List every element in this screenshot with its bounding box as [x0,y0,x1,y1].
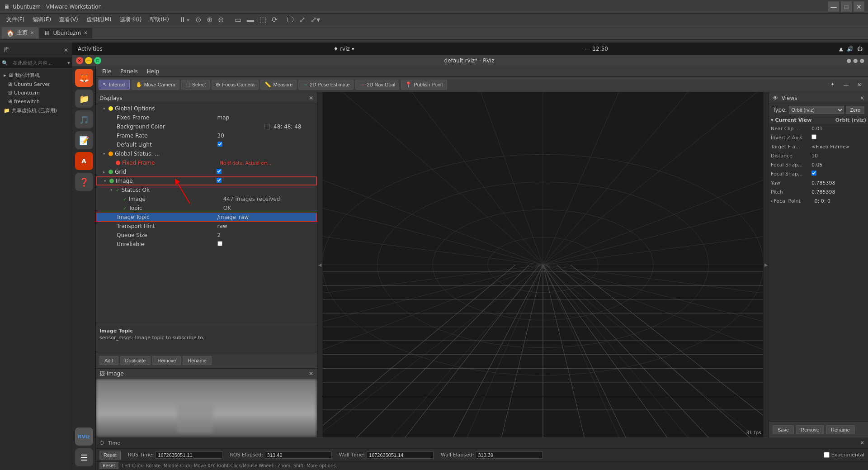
distance-value[interactable]: 10 [811,153,866,159]
focus-camera-tool-btn[interactable]: ⊕ Focus Camera [212,80,259,90]
focal-shape2-checkbox[interactable] [811,171,816,176]
frame-rate-row[interactable]: Frame Rate 30 [96,131,317,140]
views-close-btn[interactable]: ✕ [860,95,864,101]
close-button[interactable]: ✕ [854,1,864,12]
vmware-view-btn3[interactable]: ⬚ [258,14,268,25]
wall-time-input[interactable] [367,451,434,459]
default-light-checkbox[interactable] [217,142,222,147]
left-collapse-handle[interactable]: ◀ [317,92,323,437]
image-check[interactable] [215,178,316,184]
unreliable-row[interactable]: Unreliable [96,240,317,249]
toolbar-extra-btn2[interactable]: — [840,81,852,89]
toolbar-extra-btn3[interactable]: ⊙ [854,80,865,89]
tab-home-close[interactable]: ✕ [30,30,34,35]
vmware-menu-file[interactable]: 文件(F) [3,15,28,24]
sidebar-item-freeswitch[interactable]: 🖥 freeswitch [0,97,72,106]
time-bar-close[interactable]: ✕ [860,440,864,446]
current-view-header[interactable]: ▾ Current View Orbit (rviz) [769,116,868,124]
transport-hint-row[interactable]: Transport Hint raw [96,222,317,231]
background-color-row[interactable]: Background Color 48; 48; 48 [96,122,317,131]
move-camera-tool-btn[interactable]: ✋ Move Camera [132,80,179,90]
pitch-value[interactable]: 0.785398 [811,189,866,195]
vmware-btn2[interactable]: ⊕ [205,14,214,25]
bg-color-value[interactable]: 48; 48; 48 [272,123,317,130]
duplicate-button[interactable]: Duplicate [120,356,151,365]
measure-tool-btn[interactable]: 📏 Measure [260,80,297,90]
expand-arrow[interactable]: ▾ [103,152,108,156]
ros-time-input[interactable] [156,451,222,459]
vmware-menu-tab[interactable]: 选项卡(I) [116,15,146,24]
sidebar-help-icon[interactable]: ❓ [75,173,93,191]
focal-shape1-value[interactable]: 0.05 [811,162,866,168]
default-light-row[interactable]: Default Light [96,140,317,149]
fixed-frame-value[interactable]: map [216,114,317,121]
focal-shape2-row[interactable]: Focal Shap... [769,169,868,178]
rviz-close-btn[interactable]: ✕ [76,57,83,64]
sidebar-item-shared-vms[interactable]: 📁 共享虚拟机 (已弃用) [0,106,72,115]
grid-row[interactable]: ▸ Grid [96,167,317,176]
topic-sub-row[interactable]: ✓ Topic OK [96,204,317,213]
vmware-menu-vm[interactable]: 虚拟机(M) [83,15,115,24]
image-topic-value[interactable]: /image_raw [216,214,317,220]
near-clip-value[interactable]: 0.01 [811,126,866,132]
grid-check[interactable] [215,169,317,175]
focal-shape1-row[interactable]: Focal Shap... 0.05 [769,160,868,169]
remove-button[interactable]: Remove [152,356,181,365]
queue-size-row[interactable]: Queue Size 2 [96,231,317,240]
rviz-menu-file[interactable]: File [98,67,116,76]
fixed-frame-error-row[interactable]: Fixed Frame No tf data. Actual err... [96,158,317,167]
pose-estimate-tool-btn[interactable]: → 2D Pose Estimate [298,80,354,90]
sidebar-text-icon[interactable]: 📝 [75,131,93,149]
yaw-row[interactable]: Yaw 0.785398 [769,178,868,187]
activities-btn[interactable]: Activities [78,46,103,52]
distance-row[interactable]: Distance 10 [769,151,868,160]
expand-arrow[interactable]: ▸ [103,170,108,174]
publish-point-tool-btn[interactable]: 📍 Publish Point [401,80,447,90]
reset-button[interactable]: Reset [99,451,121,460]
views-save-btn[interactable]: Save [773,425,794,434]
vmware-btn3[interactable]: ⊖ [216,14,226,25]
hint-reset-btn[interactable]: Reset [99,462,118,469]
yaw-value[interactable]: 0.785398 [811,180,866,186]
rviz-maximize-btn[interactable]: □ [94,57,101,64]
minimize-button[interactable]: — [828,1,839,12]
expand-arrow[interactable]: ▾ [104,179,109,183]
vmware-expand-btn[interactable]: ⤢ [297,14,307,25]
sidebar-music-icon[interactable]: 🎵 [75,110,93,128]
tab-home[interactable]: 🏠 主页 ✕ [2,27,38,38]
status-ok-row[interactable]: ▾ ✓ Status: Ok [96,185,317,195]
rviz-menu-help[interactable]: Help [142,67,164,76]
frame-rate-value[interactable]: 30 [216,133,317,139]
views-rename-btn[interactable]: Rename [826,425,855,434]
sidebar-files-icon[interactable]: 📁 [75,90,93,108]
sidebar-item-ubuntuzm[interactable]: 🖥 Ubuntuzm [0,89,72,97]
rviz-menu-indicator[interactable]: ♦ rviz ▾ [334,46,354,52]
displays-close-btn[interactable]: ✕ [309,95,313,101]
sidebar-grid-icon[interactable]: ☰ [75,448,93,466]
rviz-minimize-btn[interactable]: — [85,57,92,64]
3d-viewport[interactable]: 31 fps [323,92,763,437]
focal-shape2-value[interactable] [811,171,866,177]
vmware-view-btn2[interactable]: ▬ [245,15,256,25]
queue-size-value[interactable]: 2 [216,232,317,238]
rviz-menu-panels[interactable]: Panels [116,67,142,76]
image-panel-close[interactable]: ✕ [309,370,313,377]
sidebar-firefox-icon[interactable]: 🦊 [75,69,93,87]
fixed-frame-row[interactable]: Fixed Frame map [96,113,317,122]
global-status-row[interactable]: ▾ Global Status: ... [96,149,317,158]
pitch-row[interactable]: Pitch 0.785398 [769,187,868,196]
unreliable-checkbox[interactable] [217,241,222,246]
image-sub-row[interactable]: ✓ Image 447 images received [96,195,317,204]
select-tool-btn[interactable]: ⬚ Select [181,80,210,90]
vmware-pause-btn[interactable]: ⏸▾ [177,15,192,25]
sidebar-close-btn[interactable]: ✕ [64,47,68,53]
focal-point-value[interactable]: 0; 0; 0 [815,198,866,204]
grid-checkbox[interactable] [217,169,222,174]
sidebar-appcenter-icon[interactable]: A [75,152,93,170]
sidebar-search-dropdown[interactable]: ▾ [67,60,70,66]
right-collapse-handle[interactable]: ▶ [763,92,769,437]
add-button[interactable]: Add [99,356,118,365]
toolbar-extra-btn1[interactable]: ✦ [827,80,838,89]
target-frame-value[interactable]: <Fixed Frame> [811,144,866,150]
invert-z-value[interactable] [811,134,866,141]
